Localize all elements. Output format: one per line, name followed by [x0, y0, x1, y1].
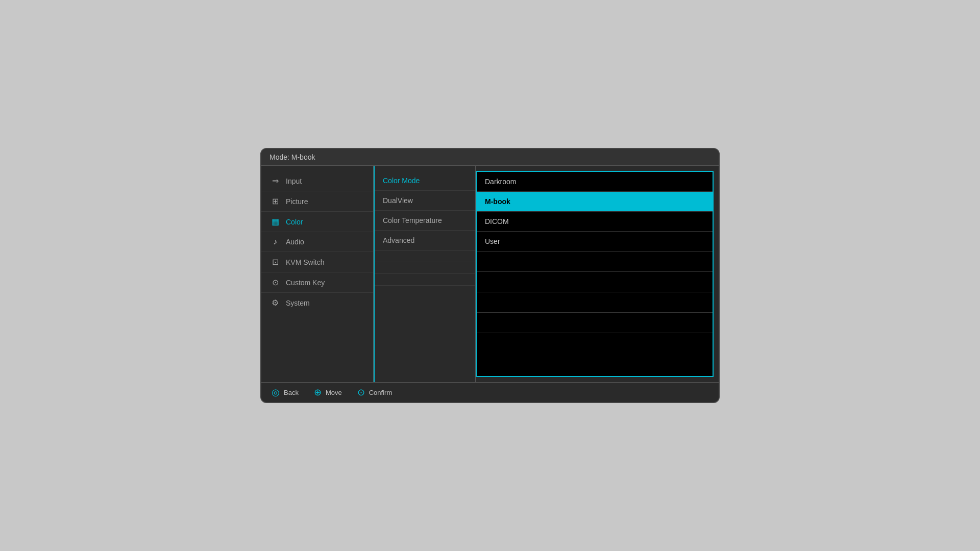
sub-item-color-mode[interactable]: Color Mode	[375, 171, 475, 191]
nav-label-system: System	[286, 299, 310, 307]
option-label-dicom: DICOM	[485, 217, 509, 226]
confirm-hint[interactable]: ⊙ Confirm	[357, 387, 393, 398]
back-icon: ◎	[272, 387, 280, 398]
sub-item-sub-empty1	[375, 251, 475, 262]
nav-item-input[interactable]: ⇒Input	[261, 171, 373, 191]
menu-area: ⇒Input⊞Picture▦Color♪Audio⊡KVM Switch⊙Cu…	[261, 166, 719, 382]
option-label-user: User	[485, 237, 500, 245]
move-hint[interactable]: ⊕ Move	[314, 387, 342, 398]
move-icon: ⊕	[314, 387, 322, 398]
option-item-m-book[interactable]: M-book	[477, 192, 713, 212]
sub-label-color-mode: Color Mode	[383, 177, 420, 185]
customkey-icon: ⊙	[270, 278, 281, 287]
confirm-icon: ⊙	[357, 387, 365, 398]
sub-label-advanced: Advanced	[383, 236, 414, 244]
option-item-dicom[interactable]: DICOM	[477, 212, 713, 232]
color-icon: ▦	[270, 217, 281, 227]
sub-item-color-temperature[interactable]: Color Temperature	[375, 211, 475, 231]
option-label-m-book: M-book	[485, 197, 510, 206]
nav-item-system[interactable]: ⚙System	[261, 293, 373, 313]
title-bar: Mode: M-book	[261, 149, 719, 166]
sub-item-sub-empty3	[375, 274, 475, 286]
option-item-opt-empty4	[477, 313, 713, 333]
sub-item-sub-empty2	[375, 262, 475, 274]
confirm-label: Confirm	[369, 389, 393, 396]
option-item-opt-empty2	[477, 272, 713, 292]
option-label-darkroom: Darkroom	[485, 178, 516, 186]
nav-item-custom-key[interactable]: ⊙Custom Key	[261, 272, 373, 293]
sub-label-color-temperature: Color Temperature	[383, 216, 442, 224]
input-icon: ⇒	[270, 176, 281, 186]
nav-label-custom-key: Custom Key	[286, 279, 325, 287]
option-item-user[interactable]: User	[477, 232, 713, 252]
nav-label-audio: Audio	[286, 238, 304, 246]
system-icon: ⚙	[270, 298, 281, 308]
nav-label-input: Input	[286, 177, 302, 185]
kvm-icon: ⊡	[270, 257, 281, 267]
back-hint[interactable]: ◎ Back	[272, 387, 299, 398]
sub-label-dualview: DualView	[383, 196, 413, 205]
nav-panel: ⇒Input⊞Picture▦Color♪Audio⊡KVM Switch⊙Cu…	[261, 166, 374, 382]
back-label: Back	[284, 389, 299, 396]
nav-item-kvm-switch[interactable]: ⊡KVM Switch	[261, 252, 373, 272]
option-item-opt-empty3	[477, 292, 713, 313]
nav-item-audio[interactable]: ♪Audio	[261, 232, 373, 252]
sub-item-advanced[interactable]: Advanced	[375, 231, 475, 251]
option-item-darkroom[interactable]: Darkroom	[477, 172, 713, 192]
nav-label-picture: Picture	[286, 197, 308, 206]
move-label: Move	[326, 389, 342, 396]
nav-item-color[interactable]: ▦Color	[261, 212, 373, 232]
monitor-frame: Mode: M-book ⇒Input⊞Picture▦Color♪Audio⊡…	[260, 148, 720, 403]
nav-label-color: Color	[286, 218, 303, 226]
nav-label-kvm-switch: KVM Switch	[286, 258, 324, 266]
nav-item-picture[interactable]: ⊞Picture	[261, 191, 373, 212]
mode-title: Mode: M-book	[270, 153, 315, 161]
picture-icon: ⊞	[270, 196, 281, 206]
bottom-bar: ◎ Back ⊕ Move ⊙ Confirm	[261, 382, 719, 402]
sub-panel: Color ModeDualViewColor TemperatureAdvan…	[374, 166, 476, 382]
sub-item-dualview[interactable]: DualView	[375, 191, 475, 211]
options-panel: DarkroomM-bookDICOMUser	[476, 171, 714, 377]
option-item-opt-empty1	[477, 252, 713, 272]
audio-icon: ♪	[270, 237, 281, 246]
